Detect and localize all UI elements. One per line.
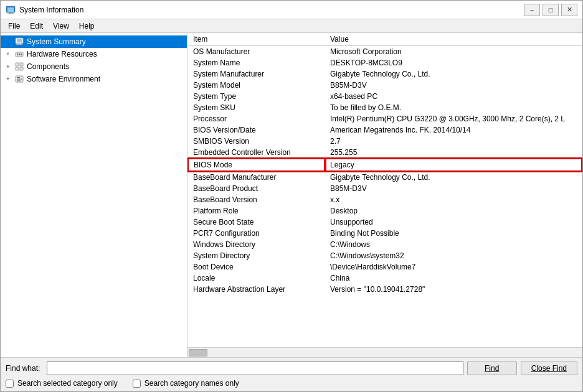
svg-rect-12 (16, 63, 19, 66)
table-cell-item: BaseBoard Manufacturer (188, 171, 325, 183)
checkbox-selected-category-input[interactable] (6, 380, 14, 388)
components-icon (14, 62, 24, 72)
table-cell-value: China (325, 273, 582, 284)
svg-rect-1 (7, 7, 14, 12)
checkbox-selected-category[interactable]: Search selected category only (6, 379, 118, 388)
close-find-button-label: Close Find (531, 364, 567, 373)
table-row: ProcessorIntel(R) Pentium(R) CPU G3220 @… (188, 113, 582, 124)
table-row: System SKUTo be filled by O.E.M. (188, 102, 582, 113)
table-cell-item: System Manufacturer (188, 68, 325, 80)
table-row: Secure Boot StateUnsupported (188, 217, 582, 228)
sidebar-label-hardware-resources: Hardware Resources (27, 50, 97, 58)
table-row: Platform RoleDesktop (188, 205, 582, 217)
table-cell-value: Desktop (325, 205, 582, 217)
checkbox-selected-category-label: Search selected category only (17, 379, 118, 388)
app-icon (6, 5, 16, 15)
table-row: PCR7 ConfigurationBinding Not Possible (188, 228, 582, 239)
table-cell-value: 2.7 (325, 136, 582, 147)
table-cell-value: Binding Not Possible (325, 228, 582, 239)
restore-button[interactable]: □ (543, 4, 559, 16)
table-row: BaseBoard ProductB85M-D3V (188, 183, 582, 194)
table-row: System Typex64-based PC (188, 91, 582, 102)
table-cell-value: x64-based PC (325, 91, 582, 102)
menu-help[interactable]: Help (74, 21, 100, 32)
svg-rect-9 (17, 54, 18, 55)
data-area: Item Value OS ManufacturerMicrosoft Corp… (187, 33, 582, 357)
find-row: Find what: Find Close Find (6, 362, 577, 375)
table-cell-item: SMBIOS Version (188, 136, 325, 147)
table-cell-value: B85M-D3V (325, 183, 582, 194)
menu-file[interactable]: File (3, 21, 25, 32)
title-bar: System Information − □ ✕ (1, 1, 582, 19)
sidebar-item-components[interactable]: + Components (1, 60, 187, 73)
table-row: BIOS Version/DateAmerican Megatrends Inc… (188, 124, 582, 136)
table-cell-value: Gigabyte Technology Co., Ltd. (325, 68, 582, 80)
h-scrollbar-thumb[interactable] (189, 349, 207, 357)
sidebar-label-system-summary: System Summary (27, 37, 86, 46)
expander-system-summary (3, 37, 13, 47)
table-cell-item: PCR7 Configuration (188, 228, 325, 239)
window-title: System Information (19, 6, 524, 14)
sidebar-item-system-summary[interactable]: System Summary (1, 35, 187, 48)
svg-rect-15 (20, 67, 23, 70)
table-cell-value: Microsoft Corporation (325, 46, 582, 58)
table-cell-item: Processor (188, 113, 325, 124)
find-button[interactable]: Find (467, 362, 517, 375)
table-cell-item: Embedded Controller Version (188, 147, 325, 159)
close-find-button[interactable]: Close Find (521, 362, 577, 375)
svg-rect-2 (9, 12, 12, 14)
table-cell-item: Secure Boot State (188, 217, 325, 228)
table-row: BIOS ModeLegacy (188, 159, 582, 171)
table-cell-item: Boot Device (188, 261, 325, 273)
main-content: System Summary + Hardware Resources + (1, 33, 582, 357)
table-cell-item: BaseBoard Product (188, 183, 325, 194)
table-cell-item: BaseBoard Version (188, 194, 325, 205)
main-window: System Information − □ ✕ File Edit View … (0, 0, 583, 392)
software-icon (14, 74, 24, 84)
checkbox-category-names-input[interactable] (133, 380, 141, 388)
checkbox-category-names[interactable]: Search category names only (133, 379, 239, 388)
data-table[interactable]: Item Value OS ManufacturerMicrosoft Corp… (187, 33, 582, 347)
svg-rect-13 (20, 63, 23, 66)
svg-rect-7 (16, 44, 22, 45)
table-row: System DirectoryC:\Windows\system32 (188, 250, 582, 261)
info-table: Item Value OS ManufacturerMicrosoft Corp… (187, 33, 582, 295)
table-cell-item: BIOS Mode (188, 159, 325, 171)
svg-rect-3 (7, 13, 14, 14)
svg-rect-17 (17, 77, 20, 78)
horizontal-scrollbar[interactable] (187, 347, 582, 357)
table-row: LocaleChina (188, 273, 582, 284)
table-row: Windows DirectoryC:\Windows (188, 239, 582, 250)
menu-edit[interactable]: Edit (25, 21, 48, 32)
table-cell-value: B85M-D3V (325, 80, 582, 91)
table-row: SMBIOS Version2.7 (188, 136, 582, 147)
table-cell-item: System Type (188, 91, 325, 102)
table-cell-value: C:\Windows\system32 (325, 250, 582, 261)
window-controls: − □ ✕ (524, 4, 577, 16)
expander-software-environment: + (3, 74, 13, 84)
table-cell-item: OS Manufacturer (188, 46, 325, 58)
menu-view[interactable]: View (48, 21, 74, 32)
find-input[interactable] (47, 362, 463, 375)
svg-rect-18 (17, 79, 22, 80)
close-button[interactable]: ✕ (561, 4, 577, 16)
sidebar-item-hardware-resources[interactable]: + Hardware Resources (1, 48, 187, 60)
table-cell-item: Hardware Abstraction Layer (188, 284, 325, 295)
table-row: OS ManufacturerMicrosoft Corporation (188, 46, 582, 58)
table-cell-item: BIOS Version/Date (188, 124, 325, 136)
table-cell-value: C:\Windows (325, 239, 582, 250)
table-cell-item: System Directory (188, 250, 325, 261)
sidebar-item-software-environment[interactable]: + Software Environment (1, 73, 187, 85)
find-label: Find what: (6, 364, 43, 373)
minimize-button[interactable]: − (524, 4, 540, 16)
svg-rect-5 (17, 39, 22, 43)
table-row: Boot Device\Device\HarddiskVolume7 (188, 261, 582, 273)
svg-rect-19 (17, 80, 21, 82)
table-row: BaseBoard Versionx.x (188, 194, 582, 205)
table-cell-value: American Megatrends Inc. FK, 2014/10/14 (325, 124, 582, 136)
table-cell-item: Platform Role (188, 205, 325, 217)
table-cell-value: Legacy (325, 159, 582, 171)
col-value: Value (325, 33, 582, 46)
table-row: Embedded Controller Version255.255 (188, 147, 582, 159)
expander-hardware-resources: + (3, 49, 13, 59)
